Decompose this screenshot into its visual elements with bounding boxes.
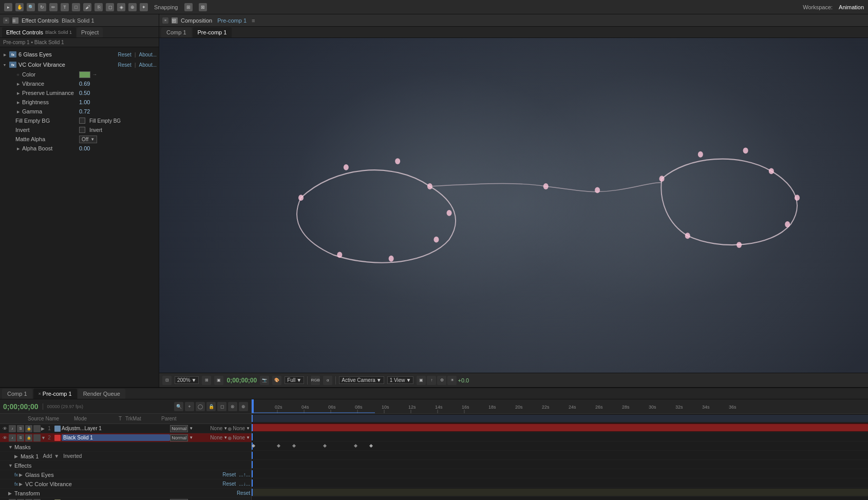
camera-selector[interactable]: Active Camera ▼ [339, 376, 384, 384]
rotate-tool-icon[interactable]: ↻ [38, 3, 46, 11]
matte-alpha-dropdown[interactable]: Off ▼ [79, 136, 97, 143]
glass-eyes-tl-link[interactable]: ...↑... [239, 472, 250, 477]
glass-eyes-about-button[interactable]: About... [139, 52, 157, 57]
exposure-value[interactable]: +0.0 [458, 377, 469, 383]
transform-reset[interactable]: Reset [237, 490, 250, 496]
layer1-solo-icon[interactable]: S [17, 425, 24, 432]
vc-color-about-button[interactable]: About... [139, 62, 157, 68]
tab-precomp1[interactable]: Pre-comp 1 [193, 27, 232, 37]
pen-tool-icon[interactable]: ✏ [49, 3, 58, 11]
puppet-tool-icon[interactable]: ✦ [140, 3, 148, 11]
tl-layer-2[interactable]: 👁 ♪ S 🔒 ▼ 2 Black Solid 1 Normal ▼ [0, 433, 251, 443]
tl-layer-glass-eyes[interactable]: fx ▶ Glass Eyes Reset ...↑... [0, 470, 251, 479]
tl-layer-mask1[interactable]: ▶ Mask 1 Add ▼ Inverted [0, 452, 251, 461]
zoom-tool-icon[interactable]: 🔍 [27, 3, 35, 11]
tl-layer-2-transform[interactable]: ▶ Transform Reset [0, 489, 251, 498]
grid-button[interactable]: ⊞ [202, 376, 211, 385]
vibrance-value[interactable]: 0.69 [79, 81, 90, 87]
fit-frame-button[interactable]: ⊡ [162, 376, 172, 385]
tl-add-button[interactable]: + [185, 402, 194, 411]
layer2-link-area: ⊕ [228, 435, 233, 441]
fill-empty-bg-checkbox[interactable] [79, 118, 85, 124]
brightness-value[interactable]: 1.00 [79, 99, 90, 105]
snapping-icon[interactable]: ⊞ [184, 3, 193, 11]
layer2-lock-icon[interactable]: 🔒 [25, 434, 32, 441]
masks-expand-icon[interactable]: ▼ [8, 445, 12, 450]
layer1-audio-icon[interactable]: ♪ [9, 425, 16, 432]
layer2-mode-dropdown[interactable]: Normal [170, 434, 188, 441]
tl-layer-vc-color[interactable]: fx ▶ VC Color Vibrance Reset ...↓... [0, 479, 251, 489]
glass-eyes-reset-button[interactable]: Reset [118, 52, 131, 57]
panel-menu-icon[interactable]: ≡ [12, 17, 18, 24]
tl-tab-precomp1[interactable]: × Pre-comp 1 [33, 389, 77, 399]
layer1-lock-icon[interactable]: 🔒 [25, 425, 32, 432]
tl-layer-2-masks[interactable]: ▼ Masks [0, 443, 251, 452]
layer2-audio-icon[interactable]: ♪ [9, 434, 16, 441]
panel-close-button[interactable]: × [3, 17, 9, 24]
clone-tool-icon[interactable]: ⎘ [95, 3, 103, 11]
vc-color-reset-button[interactable]: Reset [118, 62, 131, 68]
pan-tool-icon[interactable]: ✋ [15, 3, 24, 11]
tl-search-button[interactable]: 🔍 [174, 402, 183, 411]
snapshot-button[interactable]: 📷 [260, 376, 269, 385]
layer2-expand-icon[interactable]: ▼ [41, 435, 45, 440]
render-button[interactable]: ▣ [417, 376, 426, 385]
glass-eyes-header[interactable]: fx 6 Glass Eyes Reset | About... [0, 49, 159, 60]
shape-tool-icon[interactable]: □ [72, 3, 80, 11]
eraser-tool-icon[interactable]: ◻ [106, 3, 114, 11]
tab-comp1[interactable]: Comp 1 [161, 27, 192, 37]
tl-tab-comp1[interactable]: Comp 1 [2, 389, 32, 399]
layer1-visibility-icon[interactable]: 👁 [1, 425, 8, 432]
preserve-lum-value[interactable]: 0.50 [79, 90, 90, 96]
layer2-visibility-icon[interactable]: 👁 [1, 434, 8, 441]
timeline-timecode[interactable]: 0;00;00;00 [3, 402, 39, 411]
viewer-timecode[interactable]: 0;00;00;00 [227, 377, 257, 384]
quality-selector[interactable]: Full ▼ [285, 376, 304, 384]
color-picker-button[interactable]: 🎨 [272, 376, 281, 385]
brush-tool-icon[interactable]: 🖌 [83, 3, 91, 11]
vc-color-tl-reset[interactable]: Reset [222, 481, 236, 487]
workspace-value[interactable]: Animation [839, 4, 864, 10]
alpha-button[interactable]: α [323, 376, 332, 385]
snap-magnet-icon[interactable]: ⊠ [199, 3, 207, 11]
playhead-line-transform [252, 479, 253, 487]
export-button[interactable]: ↑ [427, 376, 436, 385]
zoom-selector[interactable]: 200% ▼ [175, 376, 199, 384]
color-swatch[interactable] [79, 71, 90, 78]
alpha-boost-value[interactable]: 0.00 [79, 145, 90, 151]
tl-3d-button[interactable]: ⊕ [239, 402, 248, 411]
transform-expand-icon[interactable]: ▶ [8, 491, 12, 496]
toggle-channels-button[interactable]: RGB [311, 376, 320, 385]
tl-layer-1[interactable]: 👁 ♪ S 🔒 ▶ 1 Adjustm...Layer 1 Normal ▼ [0, 424, 251, 433]
tl-hide-button[interactable]: ◻ [217, 402, 227, 411]
effects-expand-icon[interactable]: ▼ [8, 463, 12, 468]
layer1-mode-dropdown[interactable]: Normal [170, 425, 188, 432]
tab-effect-controls[interactable]: Effect Controls Black Solid 1 [2, 27, 76, 37]
composition-viewport[interactable] [159, 38, 868, 373]
tl-lock-button[interactable]: 🔒 [206, 402, 216, 411]
vc-color-header[interactable]: fx VC Color Vibrance Reset | About... [0, 60, 159, 70]
exposure-button[interactable]: ☀ [447, 376, 457, 385]
tl-motion-blur-button[interactable]: ⊗ [228, 402, 237, 411]
view-selector[interactable]: 1 View ▼ [387, 376, 414, 384]
comp-panel-menu-icon[interactable]: ≡ [252, 17, 255, 24]
tl-solo-button[interactable]: ◯ [196, 402, 205, 411]
selection-tool-icon[interactable]: ▸ [4, 3, 12, 11]
comp-close-button[interactable]: × [162, 17, 168, 24]
settings-button[interactable]: ⚙ [437, 376, 446, 385]
camera-move-icon[interactable]: ⊕ [128, 3, 137, 11]
tl-layer-3[interactable]: 👁 ♪ S 🔒 ▶ 3 bruce-w...leck.jpg Normal ▼ [0, 498, 251, 500]
invert-checkbox[interactable] [79, 127, 85, 133]
tl-layer-2-effects[interactable]: ▼ Effects [0, 461, 251, 470]
layer1-expand-icon[interactable]: ▶ [41, 426, 45, 431]
vc-color-tl-link[interactable]: ...↓... [239, 481, 250, 487]
glass-eyes-tl-reset[interactable]: Reset [222, 472, 236, 477]
tl-tab-render-queue[interactable]: Render Queue [78, 389, 125, 399]
roto-tool-icon[interactable]: ◈ [117, 3, 125, 11]
gamma-value[interactable]: 0.72 [79, 108, 90, 114]
timeline-ruler[interactable]: 02s 04s 06s 08s 10s 12s 14s 16s 18s 20s … [252, 399, 868, 414]
tab-project[interactable]: Project [77, 27, 103, 37]
text-tool-icon[interactable]: T [61, 3, 69, 11]
safe-zones-button[interactable]: ▣ [214, 376, 223, 385]
layer2-solo-icon[interactable]: S [17, 434, 24, 441]
